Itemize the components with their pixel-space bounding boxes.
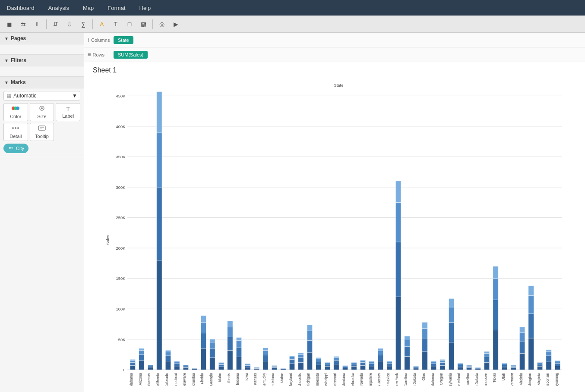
marks-tooltip-card[interactable]: Tooltip (30, 123, 54, 141)
bar-segment[interactable] (369, 361, 374, 362)
bar-segment[interactable] (458, 367, 463, 370)
toolbar-show-marks[interactable]: ◎ (156, 18, 168, 30)
bar-segment[interactable] (484, 357, 489, 363)
bar-segment[interactable] (440, 362, 445, 365)
bar-segment[interactable] (210, 339, 215, 342)
bar-segment[interactable] (298, 358, 304, 362)
bar-segment[interactable] (272, 367, 277, 370)
bar-segment[interactable] (395, 297, 401, 370)
bar-segment[interactable] (458, 364, 463, 365)
bar-segment[interactable] (378, 351, 383, 355)
bar-segment[interactable] (546, 362, 551, 370)
bar-segment[interactable] (316, 365, 321, 370)
bar-segment[interactable] (316, 358, 321, 359)
bar-segment[interactable] (210, 342, 215, 348)
bar-segment[interactable] (201, 348, 206, 370)
toolbar-sort-desc[interactable]: ⇩ (63, 18, 76, 30)
toolbar-present[interactable]: ▶ (170, 18, 182, 30)
bar-segment[interactable] (307, 353, 312, 370)
bar-segment[interactable] (528, 286, 534, 296)
bar-segment[interactable] (148, 367, 153, 370)
bar-segment[interactable] (511, 365, 516, 365)
toolbar-highlight[interactable]: A (96, 18, 108, 30)
bar-segment[interactable] (157, 260, 162, 370)
bar-segment[interactable] (413, 367, 418, 367)
bar-segment[interactable] (555, 363, 560, 366)
bar-segment[interactable] (165, 352, 171, 355)
bar-segment[interactable] (546, 351, 551, 356)
bar-segment[interactable] (449, 342, 454, 370)
bar-segment[interactable] (130, 359, 135, 361)
bar-segment[interactable] (201, 333, 206, 348)
bar-segment[interactable] (183, 365, 188, 366)
bar-segment[interactable] (395, 181, 401, 202)
bar-segment[interactable] (165, 361, 171, 370)
bar-segment[interactable] (334, 360, 339, 364)
toolbar-text[interactable]: T (110, 18, 122, 30)
columns-pill[interactable]: State (114, 36, 133, 44)
bar-segment[interactable] (263, 355, 268, 361)
bar-segment[interactable] (378, 361, 383, 370)
bar-segment[interactable] (502, 365, 507, 367)
menu-dashboard[interactable]: Dashboard (4, 3, 37, 13)
bar-segment[interactable] (502, 364, 507, 365)
bar-segment[interactable] (537, 362, 542, 363)
bar-segment[interactable] (484, 351, 489, 353)
marks-label-card[interactable]: T Label (56, 103, 80, 121)
bar-segment[interactable] (493, 279, 498, 300)
bar-segment[interactable] (528, 295, 534, 314)
bar-segment[interactable] (228, 321, 233, 327)
bar-segment[interactable] (201, 316, 206, 323)
bar-segment[interactable] (431, 366, 436, 370)
bar-segment[interactable] (272, 365, 277, 366)
bar-segment[interactable] (157, 187, 162, 260)
bar-segment[interactable] (431, 364, 436, 366)
toolbar-chart-select[interactable]: ▩ (137, 18, 149, 30)
bar-segment[interactable] (236, 341, 241, 348)
bar-segment[interactable] (422, 351, 427, 370)
bar-segment[interactable] (519, 353, 525, 370)
bar-segment[interactable] (546, 356, 551, 362)
bar-segment[interactable] (431, 361, 436, 362)
bar-segment[interactable] (289, 359, 294, 364)
bar-segment[interactable] (157, 91, 162, 132)
bar-segment[interactable] (537, 367, 542, 370)
bar-segment[interactable] (307, 325, 312, 331)
bar-segment[interactable] (493, 266, 498, 278)
bar-segment[interactable] (475, 369, 481, 370)
bar-segment[interactable] (378, 355, 383, 361)
bar-segment[interactable] (334, 358, 339, 360)
bar-segment[interactable] (369, 366, 374, 370)
toolbar-sort-field[interactable]: ⇵ (50, 18, 62, 30)
bar-segment[interactable] (360, 360, 365, 361)
bar-segment[interactable] (555, 361, 560, 361)
bar-segment[interactable] (263, 361, 268, 370)
bar-segment[interactable] (387, 364, 392, 366)
bar-segment[interactable] (369, 362, 374, 364)
bar-segment[interactable] (165, 350, 171, 352)
bar-segment[interactable] (537, 364, 542, 366)
toolbar-swap[interactable]: ⇆ (17, 18, 29, 30)
bar-segment[interactable] (405, 356, 410, 370)
bar-segment[interactable] (466, 366, 471, 367)
bar-segment[interactable] (183, 366, 188, 368)
bar-segment[interactable] (555, 366, 560, 370)
toolbar-summarize[interactable]: ∑ (77, 18, 89, 30)
bar-segment[interactable] (174, 362, 180, 364)
bar-segment[interactable] (139, 354, 144, 361)
bar-segment[interactable] (218, 362, 224, 363)
bar-segment[interactable] (351, 364, 357, 366)
bar-segment[interactable] (245, 367, 250, 370)
bar-segment[interactable] (342, 367, 348, 368)
bar-segment[interactable] (484, 353, 489, 357)
bar-segment[interactable] (218, 363, 224, 365)
bar-segment[interactable] (245, 364, 250, 366)
bar-segment[interactable] (413, 368, 418, 370)
bar-segment[interactable] (245, 365, 250, 367)
bar-segment[interactable] (289, 356, 294, 357)
bar-segment[interactable] (210, 358, 215, 370)
bar-segment[interactable] (236, 357, 241, 370)
bar-segment[interactable] (316, 359, 321, 361)
bar-segment[interactable] (298, 362, 304, 370)
bar-segment[interactable] (413, 367, 418, 368)
